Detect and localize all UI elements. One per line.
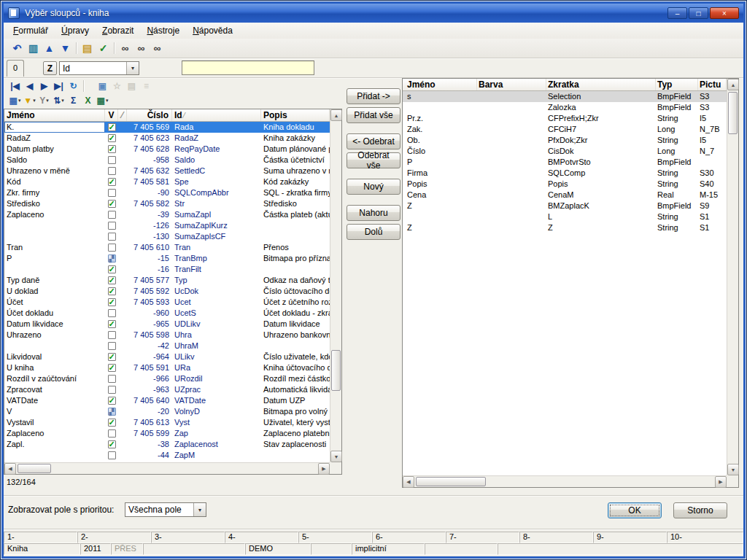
table-row[interactable]: Zkr. firmy -90 SQLCompAbbr SQL - zkratka…	[4, 187, 330, 198]
visibility-checkbox[interactable]	[105, 144, 118, 155]
table-row[interactable]: P -15 TranBmp Bitmapa pro příznaky přeno…	[4, 253, 330, 264]
table-row[interactable]: s Selection BmpField S3	[403, 91, 727, 102]
filter-icon[interactable]: ▼ ▾	[23, 94, 36, 107]
toolbar-icon[interactable]: ▾	[74, 42, 79, 55]
table-row[interactable]: Popis Popis String S40	[403, 179, 727, 190]
table-row[interactable]: Uhrazeno v měně 7 405 632 SettledC Suma …	[4, 166, 330, 176]
column-header-zkratka[interactable]: Zkratka	[546, 79, 656, 90]
table-row[interactable]: Datum likvidace -965 UDLikv Datum likvid…	[4, 319, 330, 330]
move-down-icon[interactable]: ▼ ▾	[58, 41, 73, 55]
sum-icon[interactable]: Σ ▾	[66, 94, 80, 107]
visibility-checkbox[interactable]	[105, 330, 118, 341]
table-row[interactable]: RadaZ 7 405 623 RadaZ Kniha zakázky	[4, 133, 330, 144]
visibility-checkbox[interactable]	[105, 198, 118, 209]
search-input[interactable]	[182, 61, 314, 75]
excel-export-icon[interactable]: X ▾	[81, 94, 95, 107]
visibility-checkbox[interactable]	[105, 166, 118, 176]
search-icon[interactable]: ∞ ▾	[117, 41, 133, 55]
add-button[interactable]: Přidat ->	[347, 88, 400, 104]
tab-0[interactable]: 0	[7, 60, 24, 77]
scroll-down-icon[interactable]: ▼	[727, 464, 739, 475]
visibility-checkbox[interactable]	[105, 395, 118, 406]
column-header-typ[interactable]: Typ	[656, 79, 698, 90]
visibility-checkbox[interactable]	[105, 450, 118, 461]
search-next-icon[interactable]: ∞ ▾	[133, 41, 149, 55]
visibility-checkbox[interactable]	[105, 209, 118, 220]
chevron-down-icon[interactable]: ▾	[126, 62, 139, 74]
table-row[interactable]: Zapl. -38 Zaplacenost Stav zaplacenosti	[4, 439, 330, 450]
refresh-icon[interactable]: ↻ ▾	[66, 79, 80, 93]
grid-settings-icon[interactable]: ▦ ▾	[8, 94, 22, 107]
visibility-checkbox[interactable]	[105, 122, 118, 133]
table-view-icon[interactable]: ▦ ▾	[96, 94, 109, 107]
bookmark-icon[interactable]: ☆ ▾	[110, 79, 124, 93]
visibility-checkbox[interactable]	[105, 242, 118, 253]
cancel-button[interactable]: Storno	[673, 502, 727, 518]
undo-icon[interactable]: ↶ ▾	[9, 41, 25, 55]
visibility-checkbox[interactable]	[105, 319, 118, 330]
visibility-checkbox[interactable]	[105, 417, 118, 428]
notebook-icon[interactable]: ▥ ▾	[26, 41, 41, 55]
visibility-checkbox[interactable]	[105, 341, 118, 351]
snapshot-icon[interactable]: ▣ ▾	[96, 79, 109, 93]
table-row[interactable]: Ob. PfxDok;Zkr String I5	[403, 135, 727, 146]
table-row[interactable]: Zalozka BmpField S3	[403, 102, 727, 113]
table-row[interactable]: Tran 7 405 610 Tran Přenos	[4, 242, 330, 253]
table-row[interactable]: Firma SQLComp String S30	[403, 168, 727, 179]
folder-transfer-icon[interactable]: ▤ ▾	[80, 41, 95, 55]
remove-button[interactable]: <- Odebrat	[347, 133, 400, 149]
column-header-jmeno[interactable]: Jméno	[403, 79, 477, 90]
table-row[interactable]: U doklad 7 405 592 UcDok Číslo účtovacíh…	[4, 286, 330, 297]
first-record-icon[interactable]: |◀ ▾	[8, 79, 22, 93]
table-row[interactable]: Uhrazeno 7 405 598 Uhra Uhrazeno bankovn…	[4, 330, 330, 341]
add-all-button[interactable]: Přidat vše	[347, 107, 400, 123]
scroll-right-icon[interactable]: ▶	[318, 463, 330, 475]
visibility-checkbox[interactable]	[105, 439, 118, 450]
visibility-checkbox[interactable]	[105, 187, 118, 198]
menu-item[interactable]: Zobrazit	[96, 23, 140, 38]
move-down-button[interactable]: Dolů	[347, 224, 400, 240]
print-grid-icon[interactable]: ▤ ▾	[125, 79, 139, 93]
titlebar[interactable]: Výběr sloupců - kniha – □ ×	[4, 4, 743, 23]
minimize-button[interactable]: –	[667, 7, 687, 19]
maximize-button[interactable]: □	[689, 7, 708, 19]
menu-item[interactable]: Úpravy	[55, 23, 96, 38]
table-row[interactable]: Účet 7 405 593 Ucet Účet z účetního rozv…	[4, 297, 330, 308]
remove-all-button[interactable]: Odebrat vše	[347, 152, 400, 168]
search-marked-icon[interactable]: ∞ ▾	[150, 41, 165, 55]
table-row[interactable]: Datum platby 7 405 628 ReqPayDate Datum …	[4, 144, 330, 155]
menu-item[interactable]: Nástroje	[140, 23, 186, 38]
grid-toolbar-icon[interactable]: ▾	[81, 79, 95, 93]
table-row[interactable]: Saldo -958 Saldo Částka účetnictví	[4, 155, 330, 166]
move-up-button[interactable]: Nahoru	[347, 205, 400, 221]
right-grid-vscrollbar[interactable]: ▲ ▼	[727, 79, 738, 475]
table-row[interactable]: Zpracovat -963 UZprac Automatická likvid…	[4, 384, 330, 395]
move-up-icon[interactable]: ▲ ▾	[42, 41, 57, 55]
column-header-id[interactable]: Id⁄	[172, 109, 261, 121]
visibility-checkbox[interactable]	[105, 231, 118, 242]
table-row[interactable]: Cena CenaM Real M-15	[403, 190, 727, 201]
table-row[interactable]: Číslo CisDok Long N_7	[403, 146, 727, 157]
visibility-checkbox[interactable]	[105, 264, 118, 275]
z-toggle-button[interactable]: Z	[43, 61, 57, 75]
scroll-up-icon[interactable]: ▲	[330, 109, 342, 121]
visibility-checkbox[interactable]	[105, 297, 118, 308]
column-header-barva[interactable]: Barva	[477, 79, 546, 90]
column-header-pictu[interactable]: Pictu	[698, 79, 727, 90]
scroll-down-icon[interactable]: ▼	[330, 451, 342, 462]
table-row[interactable]: Vystavil 7 405 613 Vyst Uživatel, který …	[4, 417, 330, 428]
table-row[interactable]: Kód 7 405 581 Spe Kód zakázky	[4, 176, 330, 187]
table-row[interactable]: -42 UhraM	[4, 341, 330, 351]
chevron-down-icon[interactable]: ▾	[193, 503, 206, 516]
table-row[interactable]: Pr.z. CFPrefixH;Zkr String I5	[403, 113, 727, 124]
scroll-up-icon[interactable]: ▲	[727, 79, 739, 90]
filter-custom-icon[interactable]: Y ▾	[37, 94, 51, 107]
scroll-thumb[interactable]	[331, 350, 341, 391]
table-row[interactable]: V -20 VolnyD Bitmapa pro volný doklad	[4, 406, 330, 417]
toolbar-icon[interactable]: ▾	[112, 42, 117, 55]
column-header-v[interactable]: V	[105, 109, 118, 121]
field-dropdown[interactable]: Id ▾	[59, 61, 139, 75]
table-row[interactable]: VATDate 7 405 640 VATDate Datum UZP	[4, 395, 330, 406]
sort-icon[interactable]: ⇅ ▾	[52, 94, 66, 107]
left-grid-hscrollbar[interactable]: ◀ ▶	[4, 462, 330, 474]
